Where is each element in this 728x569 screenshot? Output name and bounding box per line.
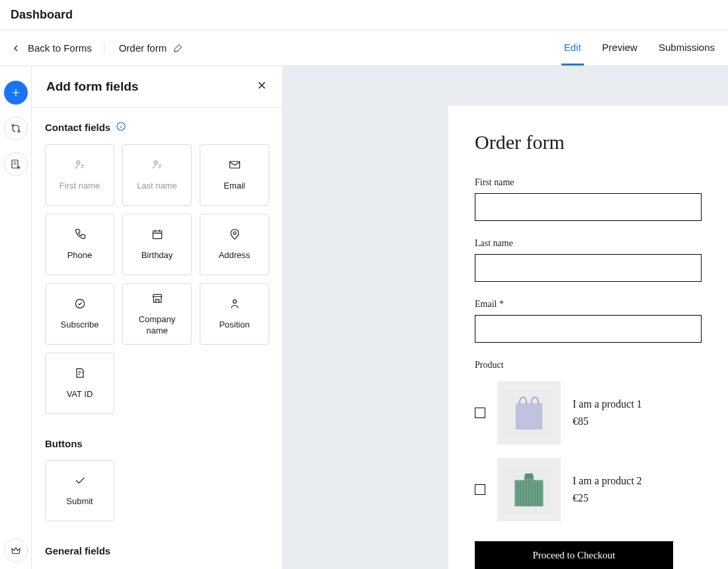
rail-crown-button[interactable] <box>4 539 28 562</box>
product-name: I am a product 1 <box>573 398 642 410</box>
app-header: Dashboard <box>0 0 728 30</box>
tab-edit[interactable]: Edit <box>561 30 584 66</box>
svg-point-9 <box>75 300 84 308</box>
field-first-name[interactable]: First name <box>45 144 114 206</box>
receipt-icon <box>73 367 87 382</box>
product-row: I am a product 2 €25 <box>475 458 702 521</box>
field-company[interactable]: Company name <box>122 283 192 345</box>
svg-point-5 <box>154 161 157 165</box>
sidebar-panel: Add form fields Contact fields First nam… <box>32 66 283 569</box>
phone-icon <box>73 228 87 243</box>
form-name-edit[interactable]: Order form <box>119 42 184 54</box>
product-price: €85 <box>573 416 642 427</box>
person-icon <box>228 297 241 313</box>
form-field-first-name[interactable]: First name <box>475 177 702 221</box>
form-add-icon <box>10 158 22 170</box>
check-icon <box>73 474 87 490</box>
product-checkbox-1[interactable] <box>475 408 485 418</box>
section-title-general: General fields <box>45 545 269 556</box>
svg-point-1 <box>18 130 20 132</box>
check-circle-icon <box>73 297 87 313</box>
tabs: Edit Preview Submissions <box>561 30 717 66</box>
field-email[interactable]: Email <box>200 144 269 206</box>
plus-icon <box>10 87 22 99</box>
side-rail <box>0 66 32 569</box>
store-icon <box>151 292 164 308</box>
product-image-1 <box>497 381 561 445</box>
page-title: Dashboard <box>11 8 73 21</box>
calendar-icon <box>151 228 164 243</box>
field-phone[interactable]: Phone <box>45 214 114 275</box>
form-name-label: Order form <box>119 42 167 54</box>
field-vat[interactable]: VAT ID <box>45 353 114 414</box>
flow-icon <box>10 122 22 134</box>
input-last-name[interactable] <box>475 254 702 282</box>
form-title: Order form <box>475 131 702 153</box>
back-label: Back to Forms <box>28 42 92 54</box>
close-panel-button[interactable] <box>256 79 268 94</box>
product-price: €25 <box>573 492 642 504</box>
label-product: Product <box>475 360 702 371</box>
input-email[interactable] <box>475 315 702 343</box>
sweater-icon <box>505 466 553 513</box>
label-email: Email * <box>475 299 702 310</box>
sub-header: Back to Forms Order form Edit Preview Su… <box>0 30 728 66</box>
field-address[interactable]: Address <box>200 214 269 275</box>
label-first-name: First name <box>475 177 702 188</box>
svg-rect-6 <box>229 161 239 168</box>
canvas: Order form First name Last name Email * … <box>283 66 728 569</box>
checkout-button[interactable]: Proceed to Checkout <box>475 541 673 569</box>
field-subscribe[interactable]: Subscribe <box>45 283 114 345</box>
form-field-email[interactable]: Email * <box>475 299 702 343</box>
rail-add-button[interactable] <box>4 81 28 105</box>
tote-bag-icon <box>505 389 553 437</box>
svg-point-0 <box>12 124 14 126</box>
rail-flow-button[interactable] <box>4 116 28 140</box>
form-field-last-name[interactable]: Last name <box>475 238 702 282</box>
product-section: Product I am a product 1 €85 <box>475 360 702 569</box>
crown-icon <box>10 545 22 556</box>
product-name: I am a product 2 <box>573 475 642 487</box>
person-text-icon <box>73 158 87 174</box>
label-last-name: Last name <box>475 238 702 249</box>
tab-preview[interactable]: Preview <box>600 30 640 66</box>
product-row: I am a product 1 €85 <box>475 381 702 445</box>
mail-icon <box>228 158 241 174</box>
close-icon <box>256 79 268 91</box>
info-icon[interactable] <box>116 121 126 134</box>
person-text-icon <box>151 158 164 174</box>
back-to-forms-link[interactable]: Back to Forms <box>11 42 104 54</box>
product-info: I am a product 1 €85 <box>573 398 642 427</box>
field-position[interactable]: Position <box>200 283 269 345</box>
svg-point-10 <box>233 300 236 304</box>
sidebar-header: Add form fields <box>32 66 282 108</box>
pencil-icon <box>173 43 183 53</box>
sidebar-title: Add form fields <box>46 79 138 94</box>
field-submit[interactable]: Submit <box>45 460 114 521</box>
field-birthday[interactable]: Birthday <box>122 214 192 275</box>
svg-rect-13 <box>525 474 533 478</box>
svg-point-8 <box>233 232 235 235</box>
section-title-buttons: Buttons <box>45 438 269 449</box>
arrow-left-icon <box>11 43 21 54</box>
tab-submissions[interactable]: Submissions <box>656 30 717 66</box>
form-preview: Order form First name Last name Email * … <box>448 106 728 569</box>
field-last-name[interactable]: Last name <box>122 144 192 206</box>
pin-icon <box>228 228 241 243</box>
input-first-name[interactable] <box>475 193 702 221</box>
product-checkbox-2[interactable] <box>475 484 485 495</box>
section-title-contact: Contact fields <box>45 121 269 134</box>
svg-rect-7 <box>153 231 161 239</box>
svg-point-4 <box>77 161 80 165</box>
rail-form-button[interactable] <box>4 152 28 176</box>
product-info: I am a product 2 €25 <box>573 475 642 504</box>
product-image-2 <box>497 458 561 521</box>
